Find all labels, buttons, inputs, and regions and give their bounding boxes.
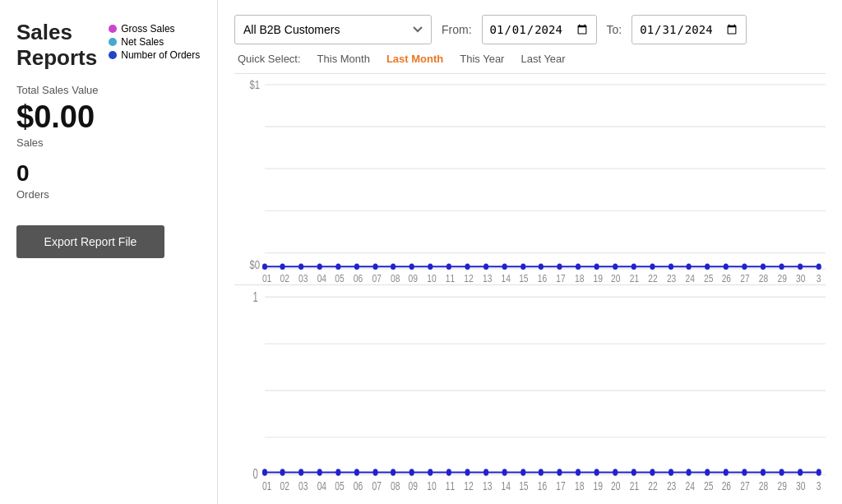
orders-chart: 1 0 xyxy=(234,284,826,496)
page-title: Sales Reports xyxy=(16,20,97,71)
y-label-1dollar: $1 xyxy=(249,78,260,92)
sales-dot-26 xyxy=(724,263,729,270)
x-label-12: 12 xyxy=(464,272,473,284)
orders-dot-14 xyxy=(502,469,507,476)
quick-select-label: Quick Select: xyxy=(238,53,301,65)
x-label-02: 02 xyxy=(280,272,289,284)
sales-dot-27 xyxy=(742,263,747,270)
customer-select[interactable]: All B2B Customers Customer A Customer B xyxy=(234,15,432,44)
orders-x-label-27: 27 xyxy=(740,479,750,492)
orders-dot-12 xyxy=(465,469,470,476)
orders-x-label-12: 12 xyxy=(464,479,474,492)
legend-item-gross-sales[interactable]: Gross Sales xyxy=(109,23,200,35)
orders-x-label-20: 20 xyxy=(611,479,621,492)
orders-dot-7 xyxy=(372,469,377,476)
sales-dot-30 xyxy=(798,263,803,270)
filter-controls: All B2B Customers Customer A Customer B … xyxy=(234,15,826,44)
sales-dot-3 xyxy=(298,263,303,270)
from-date-input[interactable] xyxy=(482,15,597,44)
export-button[interactable]: Export Report File xyxy=(16,225,164,258)
gross-sales-label: Gross Sales xyxy=(121,23,174,35)
net-sales-dot xyxy=(109,38,117,46)
sales-dot-13 xyxy=(483,263,488,270)
orders-dot-22 xyxy=(650,469,655,476)
x-label-17: 17 xyxy=(556,272,565,284)
orders-dot-29 xyxy=(780,469,784,476)
sales-dot-15 xyxy=(520,263,525,270)
orders-x-label-03: 03 xyxy=(298,479,308,492)
x-label-13: 13 xyxy=(483,272,492,284)
sales-dot-11 xyxy=(446,263,451,270)
sales-chart-svg: $1 $0 // Drawn via JS below xyxy=(234,74,826,284)
x-label-28: 28 xyxy=(759,272,768,284)
orders-legend-label: Number of Orders xyxy=(121,49,200,61)
orders-dot-15 xyxy=(520,469,525,476)
orders-x-label-21: 21 xyxy=(630,479,640,492)
orders-dot-2 xyxy=(280,469,285,476)
x-label-03: 03 xyxy=(298,272,308,284)
orders-x-label-29: 29 xyxy=(777,479,787,492)
sales-dot-18 xyxy=(576,263,581,270)
sales-dot-16 xyxy=(539,263,544,270)
orders-dot-10 xyxy=(428,469,433,476)
orders-x-label-19: 19 xyxy=(594,479,604,492)
orders-dot-25 xyxy=(705,469,710,476)
y-label-0dollar: $0 xyxy=(249,258,260,272)
orders-dot-27 xyxy=(742,469,747,476)
sales-dot-20 xyxy=(613,263,618,270)
quick-this-month[interactable]: This Month xyxy=(317,53,386,65)
orders-dot-24 xyxy=(687,469,692,476)
orders-x-label-18: 18 xyxy=(575,479,585,492)
orders-x-label-17: 17 xyxy=(556,479,566,492)
net-sales-label: Net Sales xyxy=(121,36,164,48)
orders-dot-31 xyxy=(817,469,821,476)
sales-dot-12 xyxy=(465,263,470,270)
orders-dot-5 xyxy=(335,469,340,476)
x-label-23: 23 xyxy=(667,272,676,284)
orders-dot-23 xyxy=(669,469,673,476)
orders-dot-17 xyxy=(557,469,562,476)
x-label-20: 20 xyxy=(611,272,620,284)
orders-label: Orders xyxy=(16,188,201,201)
x-label-30: 30 xyxy=(796,272,805,284)
sales-dot-24 xyxy=(687,263,692,270)
orders-value: 0 xyxy=(16,160,201,187)
orders-x-label-15: 15 xyxy=(519,479,529,492)
quick-this-year[interactable]: This Year xyxy=(460,53,520,65)
orders-x-label-26: 26 xyxy=(722,479,732,492)
quick-last-year[interactable]: Last Year xyxy=(520,53,581,65)
legend-item-net-sales[interactable]: Net Sales xyxy=(109,36,200,48)
x-label-25: 25 xyxy=(704,272,713,284)
x-label-27: 27 xyxy=(740,272,749,284)
orders-chart-svg: 1 0 xyxy=(234,285,826,496)
orders-dot-13 xyxy=(483,469,488,476)
x-label-16: 16 xyxy=(538,272,547,284)
sales-dot-1 xyxy=(262,263,267,270)
main-content: All B2B Customers Customer A Customer B … xyxy=(218,0,842,504)
x-label-18: 18 xyxy=(575,272,584,284)
sales-dot-2 xyxy=(280,263,285,270)
orders-x-label-05: 05 xyxy=(335,479,345,492)
orders-dot-8 xyxy=(391,469,396,476)
orders-x-label-23: 23 xyxy=(667,479,677,492)
orders-dot-20 xyxy=(613,469,618,476)
to-date-input[interactable] xyxy=(632,15,747,44)
x-label-05: 05 xyxy=(335,272,344,284)
orders-dot-26 xyxy=(724,469,729,476)
x-label-11: 11 xyxy=(446,272,455,284)
orders-x-label-01: 01 xyxy=(262,479,272,492)
to-label: To: xyxy=(607,23,622,36)
orders-dot-28 xyxy=(761,469,766,476)
quick-last-month[interactable]: Last Month xyxy=(386,53,460,65)
orders-x-label-08: 08 xyxy=(391,479,400,492)
charts-area: $1 $0 // Drawn via JS below xyxy=(234,73,826,496)
sales-dot-19 xyxy=(594,263,599,270)
x-label-14: 14 xyxy=(502,272,511,284)
orders-dot-18 xyxy=(576,469,581,476)
legend-item-orders[interactable]: Number of Orders xyxy=(109,49,200,61)
sidebar: Sales Reports Gross Sales Net Sales Numb… xyxy=(0,0,218,504)
sales-dot-5 xyxy=(335,263,340,270)
orders-dot-16 xyxy=(539,469,544,476)
orders-x-label-28: 28 xyxy=(759,479,769,492)
orders-dot xyxy=(109,51,117,59)
